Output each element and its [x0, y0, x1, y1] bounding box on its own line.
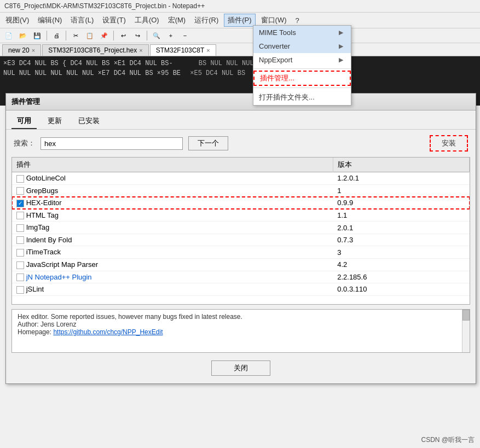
menu-plugins[interactable]: 插件(P): [224, 14, 255, 27]
tab-bin-close[interactable]: ×: [206, 47, 210, 54]
dropdown-item-manage[interactable]: 插件管理...: [253, 71, 351, 86]
tab-new20-close[interactable]: ×: [32, 47, 35, 54]
toolbar-new[interactable]: 📄: [2, 30, 15, 42]
desc-line3: Homepage: https://github.com/chcg/NPP_He…: [18, 328, 464, 336]
dialog-close-row: 关闭: [6, 353, 476, 383]
tab-new20[interactable]: new 20 ×: [2, 44, 41, 56]
dialog-tab-available[interactable]: 可用: [11, 114, 37, 129]
dropdown-mime-arrow: ▶: [339, 29, 343, 36]
title-text: C8T6_Project\MDK-ARM\STM32F103C8T6_Proje…: [4, 2, 205, 10]
plugin-name-cell: jN Notepad++ Plugin: [12, 271, 333, 283]
toolbar-print[interactable]: 🖨: [50, 30, 63, 42]
plugin-name-cell: GrepBugs: [12, 184, 333, 197]
table-row[interactable]: JavaScript Map Parser4.2: [12, 258, 470, 271]
plugin-name-cell: iTimeTrack: [12, 246, 333, 259]
plugin-name-cell: jSLint: [12, 283, 333, 296]
description-area: Hex editor. Some reported issues, howeve…: [11, 309, 470, 353]
plugin-checkbox[interactable]: [16, 236, 24, 244]
tab-hex[interactable]: STM32F103C8T6_Project.hex ×: [42, 44, 149, 56]
tab-new20-label: new 20: [8, 46, 30, 54]
plugin-version-cell: 1.2.0.1: [333, 172, 469, 185]
menu-window[interactable]: 窗口(W): [258, 14, 290, 26]
install-button[interactable]: 安装: [430, 135, 468, 152]
table-row[interactable]: jN Notepad++ Plugin2.2.185.6: [12, 271, 470, 283]
table-row[interactable]: GrepBugs1: [12, 184, 470, 197]
menu-view[interactable]: 视图(V): [2, 14, 32, 26]
toolbar-zoom-in[interactable]: +: [164, 30, 177, 42]
table-row[interactable]: iTimeTrack3: [12, 246, 470, 259]
toolbar-paste[interactable]: 📌: [97, 30, 111, 42]
plugin-checkbox[interactable]: [16, 274, 24, 281]
dropdown-item-nppexport[interactable]: NppExport ▶: [253, 53, 351, 67]
plugin-version-cell: 3: [333, 246, 469, 259]
plugin-name-text: GrepBugs: [26, 187, 59, 195]
table-row[interactable]: ✓ HEX-Editor0.9.9: [12, 197, 470, 210]
plugin-name-text: HEX-Editor: [26, 199, 62, 207]
dropdown-item-openfolder[interactable]: 打开插件文件夹...: [253, 90, 351, 105]
plugin-name-text: HTML Tag: [26, 211, 59, 219]
plugin-name-cell: Indent By Fold: [12, 234, 333, 246]
toolbar-find[interactable]: 🔍: [150, 30, 163, 42]
table-row[interactable]: Indent By Fold0.7.3: [12, 234, 470, 246]
tab-bin-label: STM32F103C8T: [156, 46, 205, 54]
desc-line2: Author: Jens Lorenz: [18, 321, 464, 328]
dialog-title: 插件管理: [6, 94, 476, 110]
toolbar-undo[interactable]: ↩: [117, 30, 130, 42]
description-scrollbar[interactable]: [462, 310, 470, 352]
toolbar-save[interactable]: 💾: [31, 30, 44, 42]
tab-bin[interactable]: STM32F103C8T ×: [150, 44, 216, 56]
toolbar-open[interactable]: 📂: [16, 30, 30, 42]
plugin-name-cell: ✓ HEX-Editor: [12, 197, 333, 210]
title-bar: C8T6_Project\MDK-ARM\STM32F103C8T6_Proje…: [0, 0, 480, 13]
toolbar-cut[interactable]: ✂: [69, 30, 82, 42]
plugin-version-cell: 0.7.3: [333, 234, 469, 246]
toolbar-sep1: [47, 31, 47, 40]
toolbar-zoom-out[interactable]: −: [178, 30, 192, 42]
toolbar-redo[interactable]: ↪: [131, 30, 144, 42]
plugin-checkbox[interactable]: ✓: [16, 200, 24, 207]
description-scroll-thumb[interactable]: [462, 310, 470, 321]
plugin-name-cell: ImgTag: [12, 222, 333, 234]
menu-macro[interactable]: 宏(M): [165, 14, 189, 26]
dialog-tabs: 可用 更新 已安装: [6, 110, 476, 130]
dialog-tab-update[interactable]: 更新: [42, 114, 67, 129]
desc-homepage-link[interactable]: https://github.com/chcg/NPP_HexEdit: [53, 328, 163, 336]
menu-tools[interactable]: 工具(O): [131, 14, 163, 26]
table-row[interactable]: GotoLineCol1.2.0.1: [12, 172, 470, 185]
menu-run[interactable]: 运行(R): [191, 14, 222, 26]
toolbar-copy[interactable]: 📋: [83, 30, 96, 42]
dropdown-converter-label: Converter: [259, 42, 290, 50]
menu-edit[interactable]: 编辑(N): [34, 14, 65, 26]
plugin-checkbox[interactable]: [16, 175, 24, 183]
dropdown-item-converter[interactable]: Converter ▶: [253, 39, 351, 53]
menu-settings[interactable]: 设置(T): [99, 14, 129, 26]
menu-help[interactable]: ?: [292, 15, 303, 26]
dropdown-converter-arrow: ▶: [339, 43, 343, 50]
menu-bar: 视图(V) 编辑(N) 语言(L) 设置(T) 工具(O) 宏(M) 运行(R)…: [0, 13, 480, 28]
plugin-checkbox[interactable]: [16, 261, 24, 269]
plugin-name-link[interactable]: jN Notepad++ Plugin: [26, 273, 92, 281]
dropdown-item-mime[interactable]: MIME Tools ▶: [253, 26, 351, 39]
search-label: 搜索：: [14, 138, 35, 148]
menu-lang[interactable]: 语言(L): [67, 14, 97, 26]
plugin-checkbox[interactable]: [16, 286, 24, 294]
dropdown-openfolder-label: 打开插件文件夹...: [259, 92, 315, 102]
plugin-checkbox[interactable]: [16, 187, 24, 195]
plugin-checkbox[interactable]: [16, 249, 24, 257]
table-row[interactable]: HTML Tag1.1: [12, 209, 470, 222]
dialog-tab-installed[interactable]: 已安装: [73, 114, 105, 129]
plugin-checkbox[interactable]: [16, 212, 24, 219]
editor-line-1: ×E3 DC4 NUL BS { DC4 NUL BS ×E1 DC4 NUL …: [3, 59, 477, 68]
search-input[interactable]: [41, 137, 183, 150]
table-row[interactable]: ImgTag2.0.1: [12, 222, 470, 234]
tabs-bar: new 20 × STM32F103C8T6_Project.hex × STM…: [0, 43, 480, 56]
search-next-button[interactable]: 下一个: [188, 136, 228, 150]
close-button[interactable]: 关闭: [211, 360, 270, 376]
plugin-version-cell: 0.0.3.110: [333, 283, 469, 296]
editor-line-2: NUL NUL NUL NUL NUL NUL ×E7 DC4 NUL BS ×…: [3, 68, 477, 78]
table-row[interactable]: jSLint0.0.3.110: [12, 283, 470, 296]
dropdown-manage-label: 插件管理...: [260, 73, 294, 83]
watermark: CSDN @听我一言: [421, 435, 475, 445]
plugin-checkbox[interactable]: [16, 224, 24, 232]
tab-hex-close[interactable]: ×: [139, 47, 142, 54]
